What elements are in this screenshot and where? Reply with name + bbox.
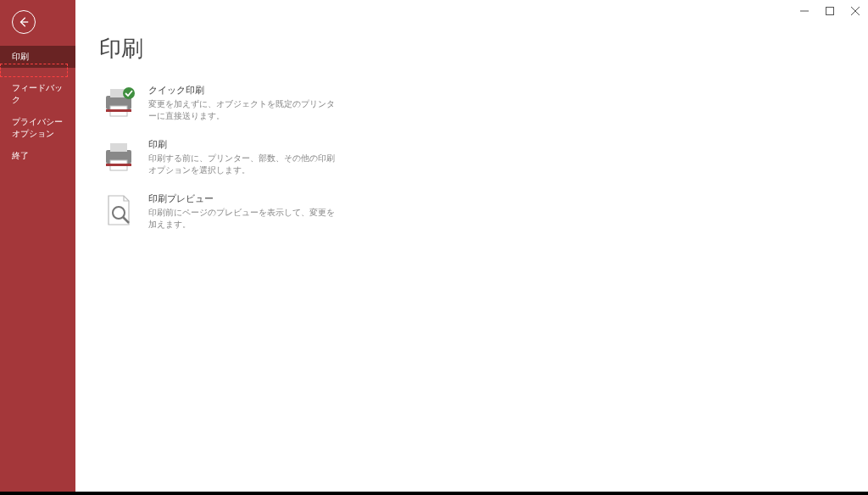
- option-desc: 印刷前にページのプレビューを表示して、変更を加えます。: [148, 207, 335, 230]
- backstage-sidebar: 印刷 フィードバック プライバシー オプション 終了: [0, 0, 75, 492]
- print-preview-icon: [99, 192, 138, 228]
- option-quick-print[interactable]: クイック印刷 変更を加えずに、オブジェクトを既定のプリンターに直接送ります。: [99, 84, 844, 121]
- option-title: 印刷プレビュー: [148, 192, 335, 205]
- option-desc: 印刷する前に、プリンター、部数、その他の印刷オプションを選択します。: [148, 153, 335, 175]
- sidebar-item-exit[interactable]: 終了: [0, 145, 75, 167]
- option-title: 印刷: [148, 138, 335, 151]
- sidebar-item-privacy-options[interactable]: プライバシー オプション: [0, 111, 75, 145]
- svg-rect-11: [110, 143, 127, 152]
- sidebar-item-print[interactable]: 印刷: [0, 46, 75, 68]
- option-print-preview[interactable]: 印刷プレビュー 印刷前にページのプレビューを表示して、変更を加えます。: [99, 192, 844, 230]
- close-button[interactable]: [843, 2, 868, 20]
- minimize-button[interactable]: [792, 2, 817, 20]
- svg-point-9: [123, 87, 135, 99]
- minimize-icon: [800, 7, 809, 15]
- svg-rect-1: [826, 8, 834, 15]
- sidebar-item-label: 印刷: [12, 52, 29, 61]
- back-button[interactable]: [12, 10, 36, 34]
- sidebar-spacer: [0, 68, 75, 77]
- print-icon: [99, 138, 138, 174]
- option-print[interactable]: 印刷 印刷する前に、プリンター、部数、その他の印刷オプションを選択します。: [99, 138, 844, 175]
- back-arrow-icon: [18, 16, 30, 28]
- maximize-button[interactable]: [817, 2, 843, 20]
- main-panel: 印刷 クイック印刷 変更を加えずに、オブジェクトを既定のプリンターに直接送ります…: [75, 0, 868, 492]
- svg-rect-13: [106, 164, 131, 166]
- svg-rect-8: [106, 109, 131, 112]
- sidebar-item-label: 終了: [12, 151, 29, 160]
- option-title: クイック印刷: [148, 84, 335, 97]
- close-icon: [851, 7, 860, 15]
- window-titlebar: [792, 0, 868, 25]
- sidebar-item-feedback[interactable]: フィードバック: [0, 77, 75, 111]
- quick-print-icon: [99, 84, 138, 120]
- maximize-icon: [826, 7, 834, 15]
- option-text: 印刷 印刷する前に、プリンター、部数、その他の印刷オプションを選択します。: [148, 138, 335, 175]
- taskbar-strip: [0, 492, 868, 495]
- page-title: 印刷: [99, 34, 844, 64]
- option-text: クイック印刷 変更を加えずに、オブジェクトを既定のプリンターに直接送ります。: [148, 84, 335, 121]
- sidebar-item-label: フィードバック: [12, 83, 63, 104]
- sidebar-item-label: プライバシー オプション: [12, 117, 63, 138]
- option-text: 印刷プレビュー 印刷前にページのプレビューを表示して、変更を加えます。: [148, 192, 335, 230]
- option-desc: 変更を加えずに、オブジェクトを既定のプリンターに直接送ります。: [148, 98, 335, 121]
